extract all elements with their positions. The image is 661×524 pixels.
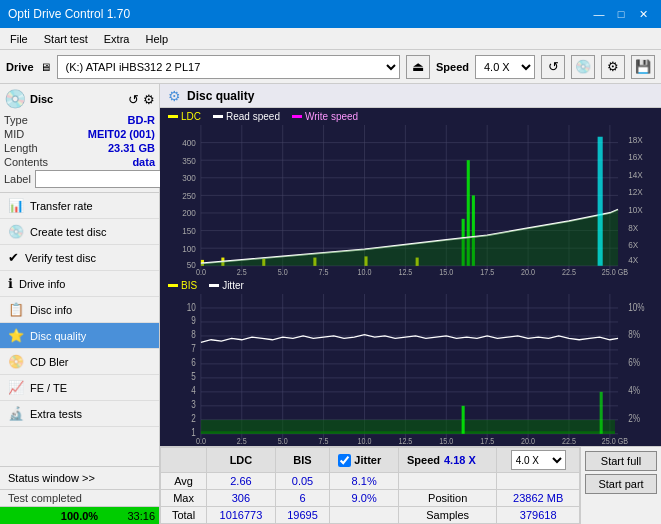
svg-text:400: 400: [182, 138, 196, 149]
menu-file[interactable]: File: [4, 31, 34, 47]
drive-label: Drive: [6, 61, 34, 73]
disc-button[interactable]: 💿: [571, 55, 595, 79]
create-test-disc-label: Create test disc: [30, 226, 106, 238]
transfer-rate-icon: 📊: [8, 198, 24, 213]
sidebar-item-extra-tests[interactable]: 🔬 Extra tests: [0, 401, 159, 427]
close-button[interactable]: ✕: [633, 5, 653, 23]
drive-select[interactable]: (K:) ATAPI iHBS312 2 PL17: [57, 55, 400, 79]
avg-speed-val: [497, 473, 580, 490]
status-window-button[interactable]: Status window >>: [0, 467, 159, 490]
col-ldc: LDC: [207, 448, 276, 473]
svg-text:6X: 6X: [628, 240, 638, 251]
disc-settings-icon[interactable]: ⚙: [143, 92, 155, 107]
max-label: Max: [161, 490, 207, 507]
right-panel: ⚙ Disc quality LDC Read speed Write spee…: [160, 84, 661, 524]
svg-text:2: 2: [191, 413, 196, 424]
disc-panel-title: Disc: [30, 93, 53, 105]
save-button[interactable]: 💾: [631, 55, 655, 79]
stats-panel: LDC BIS Jitter Speed: [160, 446, 661, 524]
svg-text:6%: 6%: [628, 357, 640, 368]
sidebar-item-create-test-disc[interactable]: 💿 Create test disc: [0, 219, 159, 245]
svg-text:10.0: 10.0: [358, 436, 372, 446]
length-value: 23.31 GB: [108, 142, 155, 154]
sidebar-item-verify-test-disc[interactable]: ✔ Verify test disc: [0, 245, 159, 271]
svg-text:300: 300: [182, 173, 196, 184]
sidebar-item-disc-info[interactable]: 📋 Disc info: [0, 297, 159, 323]
minimize-button[interactable]: —: [589, 5, 609, 23]
menu-help[interactable]: Help: [139, 31, 174, 47]
svg-text:0.0: 0.0: [196, 268, 206, 278]
svg-text:25.0 GB: 25.0 GB: [602, 268, 628, 278]
menu-start-test[interactable]: Start test: [38, 31, 94, 47]
create-test-disc-icon: 💿: [8, 224, 24, 239]
progress-percent: 100.0%: [61, 510, 98, 522]
mid-value: MEIT02 (001): [88, 128, 155, 140]
app-title: Opti Drive Control 1.70: [8, 7, 130, 21]
fe-te-label: FE / TE: [30, 382, 67, 394]
svg-text:17.5: 17.5: [480, 436, 494, 446]
speed-info: Speed 4.18 X: [407, 454, 488, 466]
max-jitter: 9.0%: [330, 490, 399, 507]
col-empty: [161, 448, 207, 473]
disc-refresh-icon[interactable]: ↺: [128, 92, 139, 107]
speed-select-stats[interactable]: 4.0 X 8.0 X: [511, 450, 566, 470]
svg-text:15.0: 15.0: [439, 268, 453, 278]
drive-info-label: Drive info: [19, 278, 65, 290]
settings-button[interactable]: ⚙: [601, 55, 625, 79]
menu-extra[interactable]: Extra: [98, 31, 136, 47]
svg-text:12.5: 12.5: [398, 436, 412, 446]
speed-val: 4.18 X: [444, 454, 476, 466]
refresh-button[interactable]: ↺: [541, 55, 565, 79]
svg-text:2.5: 2.5: [237, 436, 247, 446]
sidebar-item-disc-quality[interactable]: ⭐ Disc quality: [0, 323, 159, 349]
svg-text:6: 6: [191, 357, 196, 368]
jitter-label: Jitter: [354, 454, 381, 466]
contents-value: data: [132, 156, 155, 168]
svg-rect-46: [598, 137, 603, 266]
nav-items: 📊 Transfer rate 💿 Create test disc ✔ Ver…: [0, 193, 159, 466]
svg-text:16X: 16X: [628, 152, 643, 163]
bis-legend-label: BIS: [181, 280, 197, 291]
maximize-button[interactable]: □: [611, 5, 631, 23]
type-label: Type: [4, 114, 28, 126]
svg-rect-98: [600, 391, 603, 433]
total-label: Total: [161, 507, 207, 524]
chart-title: Disc quality: [187, 89, 254, 103]
avg-bis: 0.05: [275, 473, 330, 490]
contents-label: Contents: [4, 156, 48, 168]
svg-text:10.0: 10.0: [358, 268, 372, 278]
status-area: Status window >> Test completed 100.0% 3…: [0, 466, 159, 524]
ldc-legend-label: LDC: [181, 111, 201, 122]
max-ldc: 306: [207, 490, 276, 507]
svg-text:22.5: 22.5: [562, 268, 576, 278]
disc-quality-icon: ⭐: [8, 328, 24, 343]
start-part-button[interactable]: Start part: [585, 474, 657, 494]
sidebar-item-cd-bler[interactable]: 📀 CD Bler: [0, 349, 159, 375]
sidebar-item-transfer-rate[interactable]: 📊 Transfer rate: [0, 193, 159, 219]
speed-select[interactable]: 4.0 X 8.0 X: [475, 55, 535, 79]
sidebar-item-drive-info[interactable]: ℹ Drive info: [0, 271, 159, 297]
svg-text:20.0: 20.0: [521, 436, 535, 446]
svg-text:4X: 4X: [628, 255, 638, 266]
jitter-checkbox[interactable]: [338, 454, 351, 467]
chart-header-icon: ⚙: [168, 88, 181, 104]
sidebar: 💿 Disc ↺ ⚙ Type BD-R MID MEIT02 (001) Le…: [0, 84, 160, 524]
disc-info-label: Disc info: [30, 304, 72, 316]
svg-text:250: 250: [182, 190, 196, 201]
bottom-chart-svg: 10 9 8 7 6 5 4 3 2 1 10% 8% 6% 4% 2%: [160, 294, 661, 447]
total-ldc: 1016773: [207, 507, 276, 524]
extra-tests-label: Extra tests: [30, 408, 82, 420]
svg-text:7.5: 7.5: [319, 268, 329, 278]
drive-info-icon: ℹ: [8, 276, 13, 291]
start-full-button[interactable]: Start full: [585, 451, 657, 471]
read-speed-legend-label: Read speed: [226, 111, 280, 122]
ldc-legend-dot: [168, 115, 178, 118]
total-jitter-empty: [330, 507, 399, 524]
eject-button[interactable]: ⏏: [406, 55, 430, 79]
sidebar-item-fe-te[interactable]: 📈 FE / TE: [0, 375, 159, 401]
col-speed-select: 4.0 X 8.0 X: [497, 448, 580, 473]
stats-table: LDC BIS Jitter Speed: [160, 447, 580, 524]
label-input[interactable]: [35, 170, 168, 188]
main-layout: 💿 Disc ↺ ⚙ Type BD-R MID MEIT02 (001) Le…: [0, 84, 661, 524]
chart-header: ⚙ Disc quality: [160, 84, 661, 108]
